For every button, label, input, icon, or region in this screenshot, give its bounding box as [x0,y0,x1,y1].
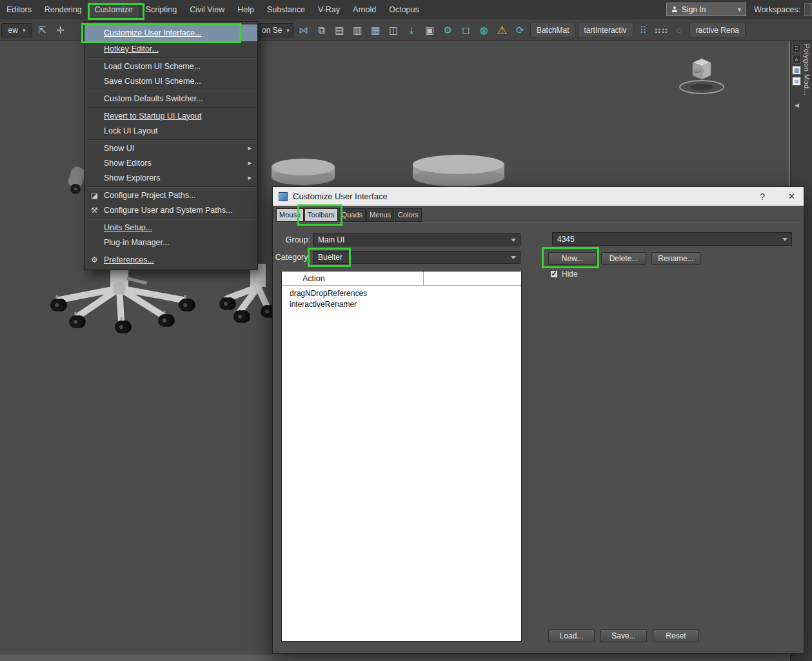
ribbon-toggle-icon[interactable]: ▦ [368,22,384,39]
action-row[interactable]: dragNDropReferences [282,288,521,299]
tab-toolbars[interactable]: Toolbars [304,208,338,222]
toolbar-left-group: ew▾⇱✛ [1,19,68,41]
menu-item-plugin-manager[interactable]: Plug-in Manager... [84,235,257,250]
menu-item-configure-user-system-paths[interactable]: ⚒ Configure User and System Paths... [84,202,257,217]
menu-item-icon: ⚙ [89,255,100,264]
hide-checkbox-row: Hide [550,270,578,279]
dots-circle-icon[interactable]: ◌ [671,22,688,39]
chevron-down-icon [511,239,516,242]
panel-title-vertical: Polygon Mod... [803,44,811,95]
dialog-titlebar[interactable]: Customize User Interface ? ✕ [273,187,804,206]
menu-item-preferences[interactable]: ⚙ Preferences... [84,252,257,267]
menu-item-lock-ui-layout[interactable]: Lock UI Layout [84,123,257,138]
chair-base [50,261,195,333]
group-dropdown[interactable]: Main UI [313,233,520,246]
dots-grid-icon[interactable]: ⠿ [635,22,651,39]
toolbar-name-dropdown[interactable]: 4345 [552,232,792,246]
reset-button[interactable]: Reset [653,629,699,642]
warning-icon[interactable]: ⚠ [494,22,510,39]
tab-colors[interactable]: Colors [395,208,422,222]
customize-user-interface-dialog: Customize User Interface ? ✕ MouseToolba… [272,186,804,654]
tab-menus[interactable]: Menus [366,208,394,222]
menu-rendering[interactable]: Rendering [38,0,88,19]
menu-item-configure-project-paths[interactable]: ◪ Configure Project Paths... [84,188,257,202]
selection-set-dropdown[interactable]: on Se▾ [258,23,293,37]
schematic-view-icon[interactable]: ⤓ [404,22,420,39]
batchmat-button[interactable]: BatchMat [530,23,576,37]
curve-editor-icon[interactable]: ◫ [386,22,402,39]
panel-icon-checker[interactable]: ▦ [792,66,801,75]
select-and-move-icon[interactable]: ✛ [52,22,68,39]
measure-icon[interactable]: ⠶⠶ [653,22,669,39]
menu-scripting[interactable]: Scripting [139,0,184,19]
chair-seat [413,155,504,186]
select-and-link-icon[interactable]: ⇱ [34,22,50,39]
category-dropdown[interactable]: Buelter [313,251,520,264]
tab-quads[interactable]: Quads [339,208,366,222]
rendered-frame-window-icon[interactable]: ◻ [458,22,474,39]
hide-checkbox[interactable] [550,270,558,278]
chair-seat [272,159,335,185]
menu-item-units-setup[interactable]: Units Setup... [84,220,257,235]
toolbar-right-group: on Se▾⋈⧉▤▥▦◫⤓▣⚙◻◍⚠⟳BatchMattartInteracti… [258,19,746,41]
menu-editors[interactable]: Editors [0,0,38,19]
menu-item-hotkey-editor[interactable]: Hotkey Editor... [84,41,257,56]
collapse-arrow-icon[interactable]: ◀ [795,102,799,108]
menu-item-show-ui[interactable]: Show UI [84,141,257,155]
hide-label: Hide [562,270,578,279]
panel-icon-a[interactable]: A [792,55,801,64]
actions-list-header: Action [282,271,521,286]
dialog-tabs: MouseToolbarsQuadsMenusColors [276,208,422,222]
save-button[interactable]: Save... [600,629,647,642]
panel-icon-dots[interactable]: ⠿ [792,44,801,53]
group-label: Group: [279,235,310,244]
load-button[interactable]: Load... [548,629,595,642]
menu-civil-view[interactable]: Civil View [183,0,231,19]
close-button[interactable]: ✕ [788,192,795,201]
menu-item-icon: ◪ [89,191,100,200]
chair-base-partial [219,264,277,323]
mirror-icon[interactable]: ⋈ [295,22,312,39]
new-button[interactable]: New... [548,252,597,265]
material-editor-icon[interactable]: ▣ [422,22,438,39]
rename-button[interactable]: Rename... [651,252,700,265]
viewcube[interactable]: LEFT [680,59,724,94]
toolbar-name-value: 4345 [557,235,575,244]
menu-substance[interactable]: Substance [261,0,312,19]
menu-arnold[interactable]: Arnold [346,0,382,19]
sign-in-dropdown[interactable]: Sign In ▾ [666,3,746,16]
menu-item-save-custom-ui-scheme[interactable]: Save Custom UI Scheme... [84,74,257,88]
toggle-scene-explorer-icon[interactable]: ▤ [332,22,348,39]
user-icon [671,6,678,13]
menu-item-customize-user-interface[interactable]: Customize User Interface... [84,25,257,41]
menu-item-custom-defaults-switcher[interactable]: Custom Defaults Switcher... [84,91,257,106]
menu-vray[interactable]: V-Ray [312,0,346,19]
start-interactive-button[interactable]: tartInteractiv [578,23,633,37]
menu-octopus[interactable]: Octopus [382,0,426,19]
viewcube-face-label: LEFT [694,69,704,74]
actions-list: Action dragNDropReferencesinteractiveRen… [281,271,522,642]
menu-customize[interactable]: Customize [88,0,139,19]
menu-item-icon: ⚒ [89,206,100,215]
menu-help[interactable]: Help [231,0,261,19]
customize-menu: Customize User Interface... Hotkey Edito… [84,21,258,270]
refresh-icon[interactable]: ⟳ [512,22,528,39]
workspaces-dropdown[interactable] [804,3,812,16]
group-value: Main UI [318,235,344,244]
action-row[interactable]: interactiveRenamer [282,299,521,310]
viewport-layout-dropdown[interactable]: ew▾ [1,23,32,37]
menu-item-revert-startup-ui-layout[interactable]: Revert to Startup UI Layout [84,108,257,123]
panel-icon-box[interactable]: ⧈ [792,77,801,86]
menu-item-load-custom-ui-scheme[interactable]: Load Custom UI Scheme... [84,59,257,74]
align-icon[interactable]: ⧉ [313,22,330,39]
category-label: Category: [274,253,310,262]
help-button[interactable]: ? [760,192,765,202]
tab-mouse[interactable]: Mouse [276,208,304,222]
render-production-icon[interactable]: ◍ [476,22,492,39]
menu-item-show-editors[interactable]: Show Editors [84,155,257,170]
delete-button[interactable]: Delete... [601,252,646,265]
interactive-rename-button[interactable]: ractive Rena [689,23,746,37]
menu-item-show-explorers[interactable]: Show Explorers [84,170,257,185]
render-setup-icon[interactable]: ⚙ [440,22,456,39]
toggle-layer-explorer-icon[interactable]: ▥ [350,22,366,39]
